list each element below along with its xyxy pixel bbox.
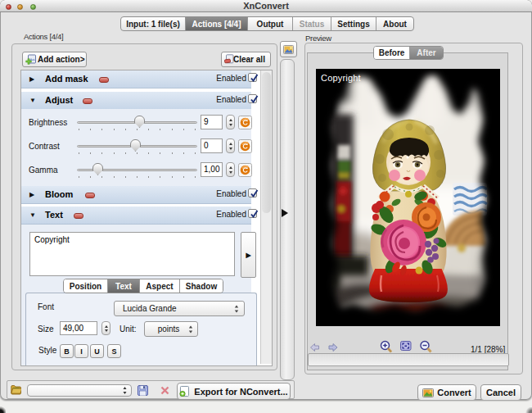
svg-text:Copyright: Copyright [321, 73, 361, 83]
